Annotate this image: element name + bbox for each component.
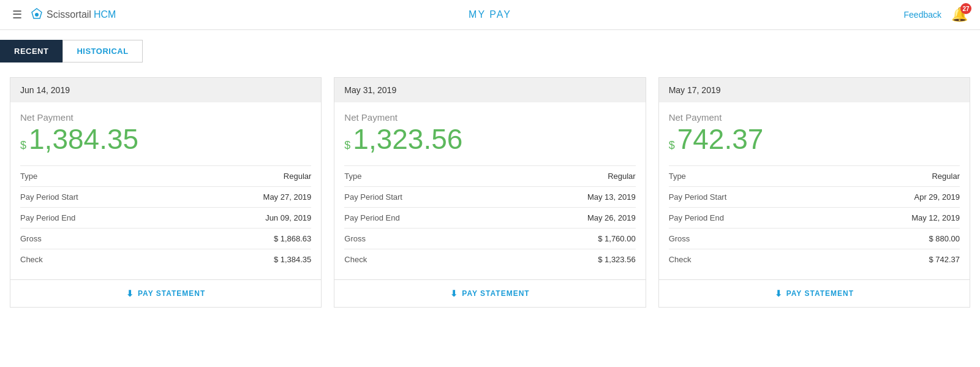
net-payment-amount-1: $1,323.56: [344, 125, 635, 153]
logo-hcm-text: HCM: [94, 9, 116, 20]
pay-statement-button-0[interactable]: ⬇PAY STATEMENT: [10, 279, 321, 307]
dollar-sign-1: $: [344, 139, 350, 152]
net-payment-label-1: Net Payment: [344, 112, 635, 123]
card-date-2: May 17, 2019: [659, 78, 970, 102]
logo: ScissortailHCM: [29, 7, 116, 22]
card-date-0: Jun 14, 2019: [10, 78, 321, 102]
page-title: MY PAY: [469, 9, 511, 20]
card-date-1: May 31, 2019: [334, 78, 645, 102]
header: ☰ ScissortailHCM MY PAY Feedback 🔔 27: [0, 0, 980, 30]
dollar-sign-2: $: [669, 139, 675, 152]
table-row: Pay Period StartMay 27, 2019: [20, 187, 311, 208]
net-payment-label-2: Net Payment: [669, 112, 960, 123]
download-icon-1: ⬇: [450, 289, 458, 298]
pay-card-2: May 17, 2019Net Payment$742.37TypeRegula…: [658, 77, 970, 308]
table-row: Pay Period EndJun 09, 2019: [20, 208, 311, 229]
pay-statement-button-2[interactable]: ⬇PAY STATEMENT: [659, 279, 970, 307]
amount-value-2: 742.37: [677, 125, 764, 153]
pay-card-0: Jun 14, 2019Net Payment$1,384.35TypeRegu…: [10, 77, 322, 308]
net-payment-label-0: Net Payment: [20, 112, 311, 123]
tab-historical[interactable]: HISTORICAL: [62, 40, 142, 62]
table-row: Pay Period StartApr 29, 2019: [669, 187, 960, 208]
table-row: TypeRegular: [20, 166, 311, 187]
pay-card-1: May 31, 2019Net Payment$1,323.56TypeRegu…: [334, 77, 646, 308]
table-row: Check$ 1,384.35: [20, 249, 311, 270]
tab-recent[interactable]: RECENT: [0, 40, 62, 62]
table-row: Check$ 1,323.56: [344, 249, 635, 270]
net-payment-amount-2: $742.37: [669, 125, 960, 153]
table-row: Gross$ 880.00: [669, 229, 960, 249]
table-row: TypeRegular: [344, 166, 635, 187]
download-icon-0: ⬇: [126, 289, 134, 298]
svg-point-1: [35, 13, 39, 17]
header-right: Feedback 🔔 27: [904, 7, 968, 23]
table-row: Check$ 742.37: [669, 249, 960, 270]
pay-statement-label-2: PAY STATEMENT: [786, 289, 854, 298]
menu-icon[interactable]: ☰: [12, 8, 22, 21]
amount-value-0: 1,384.35: [29, 125, 138, 153]
table-row: TypeRegular: [669, 166, 960, 187]
feedback-link[interactable]: Feedback: [904, 10, 941, 20]
header-left: ☰ ScissortailHCM: [12, 7, 116, 22]
notification-button[interactable]: 🔔 27: [951, 7, 968, 23]
amount-value-1: 1,323.56: [353, 125, 462, 153]
tabs: RECENT HISTORICAL: [0, 40, 980, 62]
table-row: Gross$ 1,868.63: [20, 229, 311, 249]
pay-statement-label-0: PAY STATEMENT: [138, 289, 205, 298]
pay-statement-button-1[interactable]: ⬇PAY STATEMENT: [334, 279, 645, 307]
notification-badge: 27: [960, 3, 971, 14]
download-icon-2: ⬇: [775, 289, 783, 298]
dollar-sign-0: $: [20, 139, 26, 152]
table-row: Gross$ 1,760.00: [344, 229, 635, 249]
table-row: Pay Period EndMay 12, 2019: [669, 208, 960, 229]
net-payment-amount-0: $1,384.35: [20, 125, 311, 153]
table-row: Pay Period StartMay 13, 2019: [344, 187, 635, 208]
logo-icon: [29, 7, 44, 22]
table-row: Pay Period EndMay 26, 2019: [344, 208, 635, 229]
cards-container: Jun 14, 2019Net Payment$1,384.35TypeRegu…: [0, 62, 980, 322]
pay-statement-label-1: PAY STATEMENT: [462, 289, 529, 298]
logo-scissortail-text: Scissortail: [47, 9, 91, 20]
